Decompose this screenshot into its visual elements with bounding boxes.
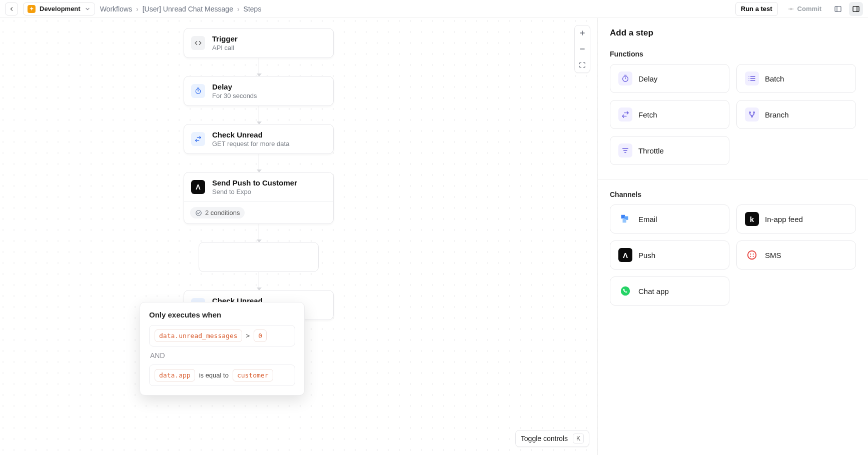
channels-grid: Email k In-app feed Λ Push SMS Chat ap <box>610 204 856 306</box>
condition-left: data.unread_messages <box>155 330 242 342</box>
zoom-in-button[interactable] <box>576 26 589 40</box>
stepcard-label: Email <box>638 215 657 224</box>
commit-button: Commit <box>782 2 827 16</box>
stepcard-label: Fetch <box>638 110 657 119</box>
toggle-controls-key: K <box>573 434 584 444</box>
branch-icon <box>745 108 759 122</box>
maximize-icon <box>579 62 586 68</box>
expo-icon: Λ <box>191 180 205 194</box>
condition-join: AND <box>150 352 294 360</box>
run-test-button[interactable]: Run a test <box>735 2 778 16</box>
node-body: Send Push to Customer Send to Expo <box>212 178 297 196</box>
side-panel-title: Add a step <box>610 28 856 38</box>
node-subtitle: For 30 seconds <box>212 92 257 100</box>
node-send-push[interactable]: Λ Send Push to Customer Send to Expo 2 c… <box>184 172 334 224</box>
stepcard-label: Push <box>638 251 655 260</box>
node-trigger[interactable]: Trigger API call <box>184 28 334 58</box>
flow-column: Trigger API call Delay For 30 seconds <box>184 28 334 320</box>
condition-row-2: data.app is equal to customer <box>149 364 295 386</box>
environment-selector[interactable]: ✦ Development <box>23 2 95 16</box>
stepcard-batch[interactable]: Batch <box>736 64 856 93</box>
panel-toggle-right[interactable] <box>849 2 863 16</box>
top-bar-left: ✦ Development Workflows › [User] Unread … <box>5 2 261 16</box>
functions-grid: Delay Batch Fetch Branch <box>610 64 856 165</box>
conditions-chip[interactable]: 2 conditions <box>190 207 245 218</box>
svg-rect-38 <box>623 219 626 222</box>
svg-point-15 <box>196 210 202 216</box>
stepcard-label: In-app feed <box>765 215 803 224</box>
stepcard-label: Throttle <box>638 146 664 155</box>
crumb-workflows[interactable]: Workflows <box>100 5 132 13</box>
stepcard-push[interactable]: Λ Push <box>610 240 729 270</box>
svg-rect-36 <box>621 215 625 218</box>
stepcard-label: SMS <box>765 251 781 260</box>
stepcard-fetch[interactable]: Fetch <box>610 100 729 129</box>
stepcard-email[interactable]: Email <box>610 204 729 234</box>
node-hidden[interactable] <box>199 242 319 272</box>
sms-icon <box>745 248 759 262</box>
stepcard-throttle[interactable]: Throttle <box>610 136 729 165</box>
chevron-down-icon <box>85 6 91 12</box>
fit-view-button[interactable] <box>576 58 589 72</box>
condition-op: > <box>246 332 250 340</box>
svg-point-0 <box>790 8 792 10</box>
whatsapp-icon <box>618 284 632 298</box>
inapp-icon: k <box>745 212 759 226</box>
workflow-canvas[interactable]: Trigger API call Delay For 30 seconds <box>0 18 598 455</box>
node-subtitle: API call <box>212 44 238 52</box>
toggle-controls-label: Toggle controls <box>521 434 568 442</box>
flow-edge <box>259 106 259 124</box>
conditions-chip-row: 2 conditions <box>184 202 333 224</box>
commit-icon <box>787 6 794 12</box>
flow-edge <box>259 58 259 76</box>
flow-edge <box>259 272 259 290</box>
toggle-controls[interactable]: Toggle controls K <box>515 430 589 447</box>
crumb-workflow-name[interactable]: [User] Unread Chat Message <box>143 5 233 13</box>
svg-point-41 <box>753 254 754 254</box>
svg-point-42 <box>750 256 751 257</box>
minus-icon <box>579 46 586 52</box>
stepcard-sms[interactable]: SMS <box>736 240 856 270</box>
zoom-controls <box>574 25 590 73</box>
timer-icon <box>191 84 205 98</box>
code-icon <box>191 36 205 50</box>
node-body: Delay For 30 seconds <box>212 82 257 100</box>
chevron-right-icon: › <box>237 5 240 13</box>
stepcard-label: Chat app <box>638 287 669 296</box>
check-circle-icon <box>195 210 202 216</box>
node-delay[interactable]: Delay For 30 seconds <box>184 76 334 106</box>
filter-icon <box>618 144 632 158</box>
expo-icon: Λ <box>618 248 632 262</box>
zoom-out-button[interactable] <box>576 42 589 56</box>
environment-name: Development <box>40 5 81 12</box>
crumb-steps[interactable]: Steps <box>244 5 262 13</box>
node-title: Trigger <box>212 34 238 43</box>
plus-icon <box>579 30 586 36</box>
node-check-unread-1[interactable]: Check Unread GET request for more data <box>184 124 334 154</box>
stepcard-branch[interactable]: Branch <box>736 100 856 129</box>
panel-toggle-left[interactable] <box>831 2 845 16</box>
conditions-popover: Only executes when data.unread_messages … <box>140 302 305 396</box>
chevron-right-icon: › <box>136 5 139 13</box>
swap-icon <box>191 132 205 146</box>
functions-label: Functions <box>610 50 856 58</box>
breadcrumb: Workflows › [User] Unread Chat Message ›… <box>100 5 262 13</box>
stepcard-chat[interactable]: Chat app <box>610 276 729 306</box>
back-button[interactable] <box>5 2 18 16</box>
stepcard-delay[interactable]: Delay <box>610 64 729 93</box>
flow-edge <box>259 154 259 172</box>
main: Trigger API call Delay For 30 seconds <box>0 18 868 455</box>
stepcard-inapp[interactable]: k In-app feed <box>736 204 856 234</box>
svg-point-39 <box>748 251 756 260</box>
svg-point-43 <box>753 256 754 257</box>
svg-point-40 <box>750 254 751 254</box>
side-panel: Add a step Functions Delay Batch Fetch <box>598 18 868 455</box>
condition-right: customer <box>233 369 273 382</box>
top-bar: ✦ Development Workflows › [User] Unread … <box>0 0 868 18</box>
stepcard-label: Branch <box>765 110 789 119</box>
node-body: Check Unread GET request for more data <box>212 130 289 148</box>
condition-op: is equal to <box>199 372 229 379</box>
conditions-chip-label: 2 conditions <box>205 209 240 216</box>
chevron-left-icon <box>9 6 15 12</box>
timer-icon <box>618 72 632 86</box>
